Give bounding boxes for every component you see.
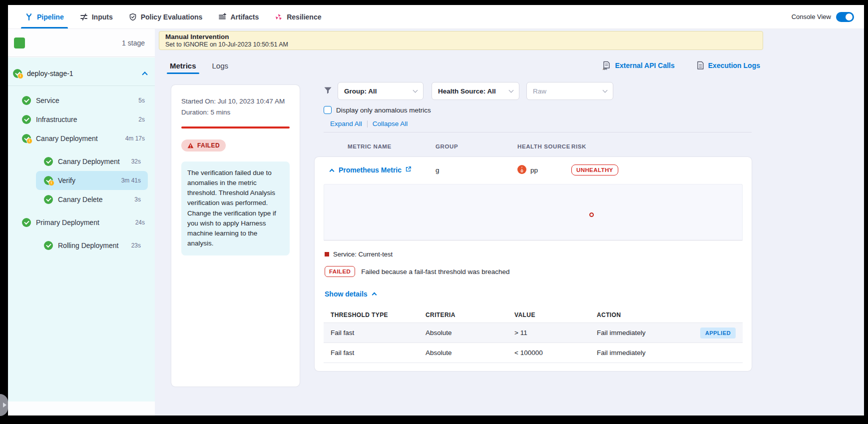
checkbox[interactable] (324, 106, 332, 114)
legend-label: Service: Current-test (333, 250, 393, 258)
chevron-up-icon[interactable] (329, 168, 334, 174)
stage-count-label: 1 stage (122, 39, 145, 47)
legend-swatch (325, 252, 329, 256)
sidebar-collapse-handle[interactable] (0, 394, 8, 416)
col-threshold-type: THRESHOLD TYPE (331, 312, 426, 318)
step-duration: 24s (135, 219, 145, 226)
checkbox-label: Display only anomalous metrics (336, 106, 431, 114)
check-circle-icon (44, 195, 53, 204)
tab-pipeline[interactable]: Pipeline (19, 5, 70, 28)
tab-label: Resilience (287, 13, 321, 21)
filter-icon (324, 86, 332, 96)
chart-legend: Service: Current-test (325, 250, 752, 258)
raw-transform-dropdown[interactable]: Raw (526, 82, 613, 100)
expand-all-link[interactable]: Expand All (330, 120, 362, 128)
tab-metrics[interactable]: Metrics (169, 56, 197, 75)
group-filter-dropdown[interactable]: Group: All (338, 82, 424, 100)
svg-text:API: API (603, 68, 607, 70)
external-api-calls-link[interactable]: API External API Calls (602, 61, 674, 70)
collapse-all-link[interactable]: Collapse All (373, 120, 408, 128)
stage-row-deploy-stage-1[interactable]: deploy-stage-1 (8, 62, 155, 84)
stage-name: deploy-stage-1 (27, 70, 73, 78)
inputs-icon (80, 13, 88, 21)
metrics-table-header: METRIC NAME GROUP HEALTH SOURCE RISK (315, 138, 752, 155)
toggle-knob (846, 14, 853, 20)
console-view-label: Console View (792, 13, 831, 20)
started-on-label: Started On: Jul 10, 2023 10:47 AM (181, 96, 290, 107)
filter-row: Group: All Health Source: All Raw (315, 82, 752, 100)
step-row-infrastructure[interactable]: Infrastructure 2s (8, 110, 155, 129)
step-row-canary-delete[interactable]: Canary Delete 3s (36, 190, 148, 209)
table-row: Prometheus Metric g pp UNHEALTHY (315, 157, 752, 183)
console-view-control: Console View (792, 12, 854, 22)
duration-label: Duration: 5 mins (181, 107, 290, 118)
verification-message: The verification failed due to anomalies… (181, 162, 290, 256)
metric-name-link[interactable]: Prometheus Metric (339, 166, 435, 174)
thresholds-table: THRESHOLD TYPE CRITERIA VALUE ACTION Fai… (324, 307, 743, 363)
col-risk: RISK (571, 144, 752, 150)
tab-policy-evaluations[interactable]: Policy Evaluations (123, 5, 209, 28)
tab-label: Policy Evaluations (141, 13, 203, 21)
step-row-canary-deployment[interactable]: Canary Deployment 32s (36, 152, 148, 171)
failed-outline-badge: FAILED (325, 266, 355, 277)
sidebar-header: 1 stage (8, 29, 155, 57)
step-duration: 23s (131, 242, 141, 249)
manual-intervention-banner: Manual Intervention Set to IGNORE on 10-… (159, 31, 763, 50)
divider (367, 120, 368, 128)
execution-nav-tabs: Pipeline Inputs Policy Evaluations Artif… (19, 5, 327, 28)
tab-resilience[interactable]: Resilience (269, 5, 327, 28)
artifacts-icon (218, 13, 226, 21)
check-circle-icon (22, 115, 31, 124)
console-view-toggle[interactable] (836, 12, 854, 22)
tab-artifacts[interactable]: Artifacts (212, 5, 265, 28)
metrics-logs-tabs: Metrics Logs API External API Calls Exec… (169, 55, 760, 76)
metric-row-card: Prometheus Metric g pp UNHEALTHY (315, 157, 752, 371)
banner-subtitle: Set to IGNORE on 10-Jul-2023 10:50:51 AM (165, 41, 757, 48)
tab-inputs[interactable]: Inputs (74, 5, 119, 28)
banner-title: Manual Intervention (165, 33, 757, 40)
api-document-icon: API (602, 61, 611, 70)
prometheus-icon (517, 165, 526, 176)
tab-logs[interactable]: Logs (211, 56, 230, 75)
tab-label: Pipeline (37, 13, 64, 21)
col-value: VALUE (514, 312, 597, 318)
check-circle-icon (44, 241, 53, 250)
health-source-value: pp (530, 166, 538, 174)
col-health-source: HEALTH SOURCE (517, 144, 571, 150)
check-warning-icon (44, 176, 53, 185)
step-row-rolling-deployment[interactable]: Rolling Deployment 23s (36, 236, 148, 255)
tab-label: Artifacts (230, 13, 259, 21)
table-row: Fail fast Absolute > 11 Fail immediately… (324, 323, 743, 343)
resilience-icon (275, 13, 283, 21)
step-duration: 4m 17s (125, 135, 145, 142)
top-navbar: Pipeline Inputs Policy Evaluations Artif… (8, 5, 864, 29)
show-details-link[interactable]: Show details (325, 290, 752, 298)
stage-panel: deploy-stage-1 Service 5s Infrastructure… (8, 58, 155, 402)
health-source-filter-dropdown[interactable]: Health Source: All (432, 82, 519, 100)
check-circle-icon (22, 96, 31, 105)
table-row: Fail fast Absolute < 100000 Fail immedia… (324, 343, 743, 363)
stages-sidebar: 1 stage deploy-stage-1 Service 5s Infras… (8, 29, 155, 416)
step-duration: 3m 41s (121, 177, 141, 184)
col-action: ACTION (597, 312, 700, 318)
stage-status-square[interactable] (14, 38, 25, 48)
step-duration: 3s (134, 196, 141, 203)
document-icon (697, 61, 704, 70)
failed-status-badge: FAILED (181, 140, 226, 152)
chevron-down-icon (413, 88, 418, 93)
header-links: API External API Calls Execution Logs (602, 61, 760, 70)
metric-chart (324, 184, 743, 240)
step-duration: 5s (138, 97, 145, 104)
step-row-canary-deployment-group[interactable]: Canary Deployment 4m 17s (8, 129, 155, 148)
execution-logs-link[interactable]: Execution Logs (697, 61, 760, 70)
applied-badge: APPLIED (700, 328, 736, 338)
thresholds-table-header: THRESHOLD TYPE CRITERIA VALUE ACTION (324, 307, 743, 323)
chevron-up-icon[interactable] (142, 72, 147, 77)
step-row-verify[interactable]: Verify 3m 41s (36, 171, 148, 190)
anomalous-metrics-checkbox-row[interactable]: Display only anomalous metrics (324, 106, 431, 114)
chevron-down-icon (509, 88, 514, 93)
check-circle-icon (22, 218, 31, 227)
step-row-primary-deployment[interactable]: Primary Deployment 24s (8, 213, 155, 232)
step-row-service[interactable]: Service 5s (8, 91, 155, 110)
policy-evaluations-icon (129, 13, 137, 21)
